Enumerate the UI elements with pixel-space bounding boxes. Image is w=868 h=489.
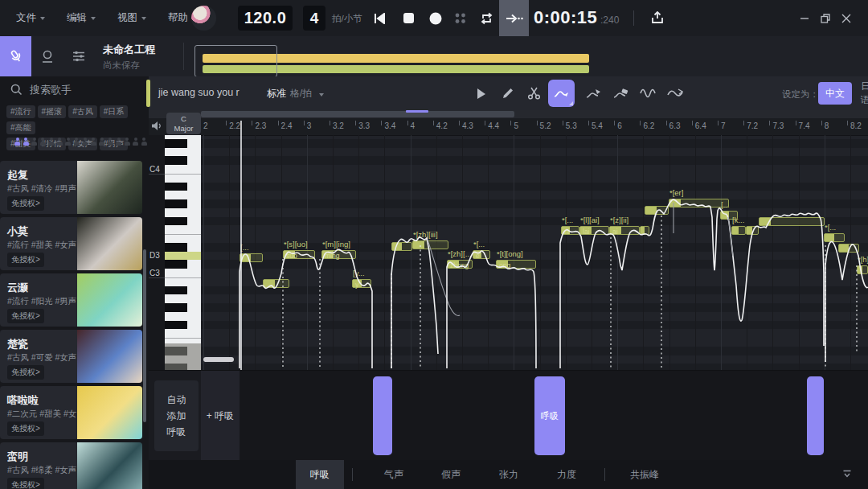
export-button[interactable]	[645, 0, 670, 36]
lyric-input[interactable]: jie wang suo you r	[158, 87, 240, 98]
singer-tags: #古风 #清冷 #男声	[7, 183, 76, 195]
pitch-brush-tool-button[interactable]	[580, 80, 607, 107]
parameter-tab-共振峰[interactable]: 共振峰	[616, 460, 674, 489]
auto-add-breath-label: 自动	[154, 393, 199, 407]
person-slot-icon	[108, 138, 113, 146]
quantize-unit: 格/拍	[290, 88, 312, 99]
person-slot-icon	[57, 138, 63, 146]
singer-license-badge[interactable]: 免授权>	[7, 365, 44, 380]
follow-playhead-button[interactable]	[499, 0, 529, 36]
pencil-tool-button[interactable]	[494, 80, 521, 107]
chevron-down-icon	[91, 17, 96, 20]
singer-card-嗒啦啦[interactable]: 嗒啦啦#二次元 #甜美 #女免授权>	[0, 386, 142, 439]
stop-button[interactable]	[395, 0, 421, 36]
singer-license-badge[interactable]: 免授权>	[7, 309, 44, 323]
tag-filter[interactable]: #流行	[6, 105, 35, 118]
chevron-down-icon	[319, 93, 324, 97]
navigator-viewport[interactable]	[194, 45, 277, 77]
bpm-display[interactable]: 120.0	[238, 6, 293, 31]
singer-card-小莫[interactable]: 小莫#流行 #甜美 #女声免授权>	[0, 217, 142, 270]
person-slot-icon	[65, 138, 71, 146]
tag-filter[interactable]: #古风	[68, 105, 97, 118]
pitch-pen-tool-button[interactable]	[548, 80, 575, 107]
minimize-icon	[800, 14, 809, 23]
pitch-curve[interactable]	[560, 199, 824, 368]
quantize-select[interactable]: 标准格/拍	[267, 87, 324, 101]
user-avatar[interactable]	[191, 6, 216, 31]
export-icon	[651, 11, 664, 25]
singer-card-蛮明[interactable]: 蛮明#古风 #绵柔 #女声免授权>	[0, 442, 142, 489]
singer-license-badge[interactable]: 免授权>	[7, 253, 44, 267]
breath-block[interactable]: 呼吸	[534, 376, 565, 455]
vibrato-tool-button[interactable]	[634, 80, 661, 107]
tag-filter[interactable]: #摇滚	[38, 105, 67, 118]
person-slot-icon	[133, 138, 138, 146]
singer-name: 起复	[7, 168, 28, 183]
sidebar-scrollbar[interactable]	[143, 249, 146, 422]
time-signature-display[interactable]: 4	[303, 6, 326, 31]
singer-license-badge[interactable]: 免授权>	[7, 196, 44, 211]
singer-capacity-indicator	[14, 138, 149, 146]
vibrato-wave-icon	[640, 88, 656, 99]
breath-block[interactable]	[807, 376, 824, 455]
pitch-eraser-tool-button[interactable]	[608, 80, 634, 107]
metronome-button[interactable]	[447, 0, 473, 36]
singer-search-input[interactable]: 搜索歌手	[0, 76, 149, 103]
singer-card-云灏[interactable]: 云灏#流行 #阳光 #男声免授权>	[0, 273, 142, 327]
singer-card-楚瓷[interactable]: 楚瓷#古风 #可爱 #女声免授权>	[0, 330, 142, 383]
grid-scroll-nub[interactable]	[203, 357, 234, 362]
singer-license-badge[interactable]: 免授权>	[7, 421, 44, 436]
parameter-tab-呼吸[interactable]: 呼吸	[296, 460, 344, 489]
person-slot-icon	[125, 138, 130, 146]
parameter-tab-气声[interactable]: 气声	[370, 460, 418, 489]
time-display: 0:00:15	[534, 7, 597, 28]
pencil-icon	[502, 87, 514, 100]
window-restore-button[interactable]	[815, 0, 836, 36]
pitch-curve[interactable]	[825, 241, 868, 362]
parameter-tab-力度[interactable]: 力度	[542, 460, 591, 489]
tab-vocal[interactable]	[31, 36, 63, 76]
project-name[interactable]: 未命名工程	[103, 43, 155, 57]
singer-name: 云灏	[7, 281, 28, 295]
record-button[interactable]	[423, 0, 448, 36]
parameter-tab-张力[interactable]: 张力	[485, 460, 533, 489]
pitch-curve[interactable]	[447, 251, 536, 368]
tab-mixer[interactable]	[63, 36, 94, 76]
breath-block[interactable]	[373, 376, 392, 455]
tag-filter[interactable]: #日系	[100, 105, 129, 118]
set-language-label: 设定为：	[782, 88, 819, 101]
collapse-parameter-panel-button[interactable]	[842, 470, 852, 479]
singer-name: 楚瓷	[7, 337, 28, 351]
parameter-tab-假声[interactable]: 假声	[427, 460, 475, 489]
singer-card-起复[interactable]: 起复#古风 #清冷 #男声免授权>	[0, 161, 142, 214]
pitch-curve[interactable]	[391, 237, 438, 368]
window-close-button[interactable]	[836, 0, 857, 36]
singer-license-badge[interactable]: 免授权>	[7, 478, 44, 489]
window-minimize-button[interactable]	[794, 0, 815, 36]
menu-label: 帮助	[168, 11, 188, 25]
pitch-smooth-tool-button[interactable]	[661, 80, 688, 107]
pitch-curve[interactable]	[674, 203, 733, 256]
tag-filter[interactable]: #高能	[6, 121, 35, 134]
tab-singers[interactable]	[0, 36, 31, 76]
skip-to-start-button[interactable]	[366, 0, 392, 36]
menu-视图[interactable]: 视图	[117, 0, 146, 36]
pointer-tool-button[interactable]	[468, 80, 494, 107]
menu-文件[interactable]: 文件	[16, 0, 45, 36]
auto-add-breath-button[interactable]: 自动添加呼吸	[154, 380, 199, 451]
add-breath-button[interactable]: + 呼吸	[201, 371, 240, 461]
auto-add-breath-label: 添加	[154, 409, 199, 423]
breath-lane[interactable]: 呼吸	[240, 371, 868, 461]
singer-tags: #古风 #可爱 #女声	[7, 352, 76, 364]
singer-name: 小莫	[7, 224, 28, 239]
person-slot-icon	[74, 138, 80, 146]
menu-编辑[interactable]: 编辑	[67, 0, 96, 36]
singer-avatar	[77, 161, 142, 214]
language-button-中文[interactable]: 中文	[818, 82, 852, 105]
pitch-curve[interactable]	[240, 249, 372, 368]
scissors-tool-button[interactable]	[521, 80, 547, 107]
menubar-divider	[633, 10, 634, 26]
skip-to-start-icon	[373, 13, 386, 24]
language-button-日语[interactable]: 日语	[854, 82, 868, 105]
loop-button[interactable]	[473, 0, 499, 36]
